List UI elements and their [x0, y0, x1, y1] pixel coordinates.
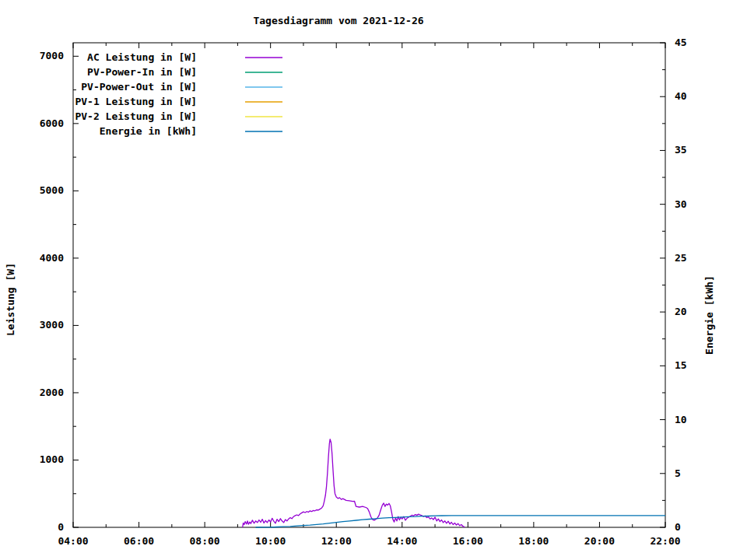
- y-left-axis-title: Leistung [W]: [5, 263, 16, 336]
- legend-label-energy: Energie in [kWh]: [100, 125, 197, 137]
- y-right-tick-label: 0: [675, 521, 681, 533]
- x-tick-label: 12:00: [321, 535, 352, 547]
- legend-label-pv1: PV-1 Leistung in [W]: [75, 96, 197, 107]
- y-right-tick-label: 25: [675, 252, 687, 264]
- x-tick-label: 08:00: [190, 535, 220, 547]
- chart-canvas: Tagesdiagramm vom 2021-12-26 Leistung [W…: [0, 0, 747, 560]
- chart-title: Tagesdiagramm vom 2021-12-26: [253, 15, 423, 26]
- legend-label-ac: AC Leistung in [W]: [87, 51, 197, 63]
- y-left-tick-label: 0: [58, 521, 64, 533]
- y-right-tick-label: 5: [675, 467, 681, 479]
- y-right-tick-label: 35: [675, 144, 687, 156]
- y-left-tick-label: 2000: [40, 387, 64, 398]
- y-right-axis-title: Energie [kWh]: [703, 275, 715, 355]
- legend-label-pv2: PV-2 Leistung in [W]: [75, 110, 197, 122]
- series-line-0: [243, 439, 465, 527]
- y-left-tick-label: 4000: [40, 252, 64, 264]
- x-tick-label: 04:00: [58, 535, 88, 547]
- y-left-tick-label: 1000: [40, 453, 64, 465]
- y-left-tick-label: 3000: [40, 319, 64, 331]
- y-right-tick-label: 45: [675, 37, 687, 48]
- x-tick-label: 10:00: [255, 535, 286, 547]
- y-left-tick-label: 7000: [40, 50, 64, 61]
- legend-label-pv-in: PV-Power-In in [W]: [87, 66, 197, 78]
- chart-page: { "colors": { "background": "#ffffff", "…: [0, 0, 747, 560]
- x-tick-label: 18:00: [518, 535, 549, 547]
- y-left-tick-label: 6000: [40, 117, 64, 129]
- x-tick-label: 22:00: [650, 535, 680, 547]
- x-tick-label: 14:00: [387, 535, 417, 547]
- x-tick-label: 20:00: [584, 535, 615, 547]
- legend: AC Leistung in [W] PV-Power-In in [W] PV…: [75, 51, 282, 137]
- y-right-tick-label: 10: [675, 414, 687, 425]
- x-tick-label: 16:00: [453, 535, 483, 547]
- y-right-tick-label: 40: [675, 90, 687, 102]
- y-right-tick-label: 20: [675, 306, 687, 317]
- y-left-tick-label: 5000: [40, 184, 64, 196]
- y-right-tick-label: 15: [675, 359, 687, 371]
- x-tick-label: 06:00: [124, 535, 154, 547]
- y-right-tick-label: 30: [675, 198, 687, 210]
- legend-label-pv-out: PV-Power-Out in [W]: [81, 81, 197, 93]
